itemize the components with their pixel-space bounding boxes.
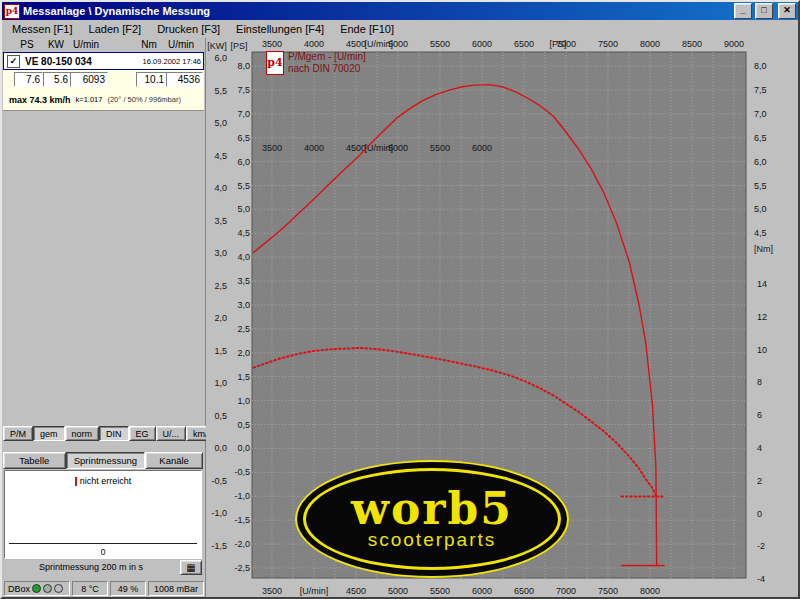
- x-axis-unit-label: [U/min]: [300, 586, 329, 596]
- measurement-name: VE 80-150 034: [25, 56, 143, 67]
- unit-button-pm[interactable]: P/M: [3, 426, 33, 441]
- max-speed-label: max 74.3 km/h: [9, 95, 71, 105]
- ps-tick: 3,5: [237, 276, 250, 286]
- right-ps-tick: 6,5: [754, 133, 767, 143]
- unit-button-din[interactable]: DIN: [99, 426, 129, 441]
- x-tick-top: 6000: [472, 39, 492, 49]
- worb5-logo: worb5 scooterparts: [295, 460, 569, 578]
- led-indicator-2: [43, 584, 52, 593]
- x-tick-top: 8500: [682, 39, 702, 49]
- ps-tick: -2,0: [234, 539, 250, 549]
- sprint-detail-button[interactable]: ▦: [180, 560, 202, 575]
- rpm-at-ps-cell: 6093: [70, 72, 108, 87]
- measurement-row[interactable]: ✓ VE 80-150 034 16.09.2002 17:46: [3, 52, 204, 70]
- main-area: PS KW U/min Nm U/min ✓ VE 80-150 034 16.…: [2, 38, 798, 597]
- menu-bar: Messen [F1] Laden [F2] Drucken [F3] Eins…: [2, 20, 798, 38]
- unit-button-norm[interactable]: norm: [65, 426, 100, 441]
- kw-tick: 5,5: [214, 86, 227, 96]
- nm-tick: 0: [757, 509, 762, 519]
- menu-item-laden[interactable]: Laden [F2]: [81, 22, 150, 36]
- app-icon: p4: [4, 4, 20, 19]
- p4-legend-icon: p4: [266, 51, 284, 75]
- menu-item-messen[interactable]: Messen [F1]: [4, 22, 81, 36]
- col-nm: Nm: [137, 39, 161, 50]
- nm-tick: 8: [757, 377, 762, 387]
- kw-tick: 3,0: [214, 248, 227, 258]
- ps-tick: -1,5: [234, 515, 250, 525]
- measurement-values: 7.6 5.6 6093 10.1 4536: [3, 70, 204, 89]
- led-indicator-3: [54, 584, 63, 593]
- kw-tick: 6,0: [214, 53, 227, 63]
- x-tick-bottom: 6500: [514, 586, 534, 596]
- maximize-button[interactable]: □: [755, 3, 773, 19]
- kw-tick: 2,5: [214, 281, 227, 291]
- ps-tick: 8,0: [237, 61, 250, 71]
- ps-tick: 4,0: [237, 252, 250, 262]
- menu-item-drucken[interactable]: Drucken [F3]: [149, 22, 228, 36]
- column-header: PS KW U/min Nm U/min: [2, 38, 205, 53]
- tab-sprintmessung[interactable]: Sprintmessung: [66, 452, 146, 469]
- x-tick-bottom: 5000: [388, 586, 408, 596]
- ps-tick: 2,0: [237, 348, 250, 358]
- minimize-button[interactable]: _: [734, 3, 752, 19]
- right-ps-axis-label: [PS]: [549, 39, 566, 49]
- x-tick-bottom: 6000: [472, 586, 492, 596]
- conditions-label: (20° / 50% / 996mbar): [107, 95, 180, 104]
- logo-subtext: scooterparts: [368, 530, 497, 550]
- x-tick-mid: 6000: [472, 143, 492, 153]
- tab-kanaele[interactable]: Kanäle: [145, 452, 203, 469]
- close-button[interactable]: ✕: [778, 3, 796, 19]
- sprint-status-text: nicht erreicht: [80, 476, 132, 486]
- ps-axis-label: [PS]: [230, 41, 247, 51]
- ps-tick: 5,5: [237, 181, 250, 191]
- sprint-caption: Sprintmessung 200 m in s: [4, 562, 178, 572]
- ps-tick: -1,0: [234, 491, 250, 501]
- x-tick-bottom: 7500: [598, 586, 618, 596]
- x-tick-top: 5500: [430, 39, 450, 49]
- x-tick-top: 9000: [724, 39, 744, 49]
- unit-button-eg[interactable]: EG: [129, 426, 156, 441]
- chart-legend: p4 P/Mgem - [U/min] nach DIN 70020: [266, 51, 366, 75]
- ps-tick: 3,0: [237, 300, 250, 310]
- x-tick-top: 7500: [598, 39, 618, 49]
- kw-value-cell: 5.6: [43, 72, 71, 87]
- sprint-zero-label: 0: [5, 547, 201, 557]
- unit-button-gem[interactable]: gem: [33, 426, 65, 441]
- kw-tick: 0,0: [214, 443, 227, 453]
- nm-tick: 14: [757, 279, 767, 289]
- kw-tick: 4,0: [214, 183, 227, 193]
- ps-tick: 4,5: [237, 228, 250, 238]
- x-tick-bottom: 5500: [430, 586, 450, 596]
- menu-item-ende[interactable]: Ende [F10]: [332, 22, 402, 36]
- right-ps-tick: 5,0: [754, 204, 767, 214]
- nm-value-cell: 10.1: [136, 72, 167, 87]
- measurement-card: ✓ VE 80-150 034 16.09.2002 17:46 7.6 5.6…: [3, 52, 204, 111]
- col-rpm-nm: U/min: [162, 39, 200, 50]
- kw-tick: -0,5: [211, 476, 227, 486]
- device-label: DBox: [8, 584, 30, 594]
- nm-axis-label: [Nm]: [754, 244, 773, 254]
- led-indicator-1: [32, 584, 41, 593]
- x-tick-mid: 4000: [304, 143, 324, 153]
- unit-button-row: P/M gem norm DIN EG U/... km/h: [3, 426, 203, 441]
- kw-tick: 0,5: [214, 411, 227, 421]
- menu-item-einstellungen[interactable]: Einstellungen [F4]: [228, 22, 332, 36]
- sprint-axis-line: [9, 543, 197, 544]
- kw-tick: 4,5: [214, 151, 227, 161]
- check-icon: ✓: [10, 56, 18, 66]
- x-tick-bottom: 8000: [640, 586, 660, 596]
- unit-button-u[interactable]: U/...: [156, 426, 187, 441]
- ps-value-cell: 7.6: [14, 72, 43, 87]
- measurement-checkbox[interactable]: ✓: [7, 55, 20, 68]
- title-bar: p4 Messanlage \ Dynamische Messung _ □ ✕: [2, 2, 798, 20]
- right-ps-tick: 6,0: [754, 157, 767, 167]
- x-tick-mid: 5500: [430, 143, 450, 153]
- ps-tick: 6,0: [237, 157, 250, 167]
- kw-axis-label: [KW]: [207, 41, 227, 51]
- x-axis-unit-label: [U/min]: [364, 39, 393, 49]
- kw-tick: 5,0: [214, 118, 227, 128]
- tab-tabelle[interactable]: Tabelle: [3, 452, 66, 469]
- right-ps-tick: 7,0: [754, 109, 767, 119]
- legend-title: P/Mgem - [U/min]: [288, 51, 366, 63]
- x-tick-top: 4500: [346, 39, 366, 49]
